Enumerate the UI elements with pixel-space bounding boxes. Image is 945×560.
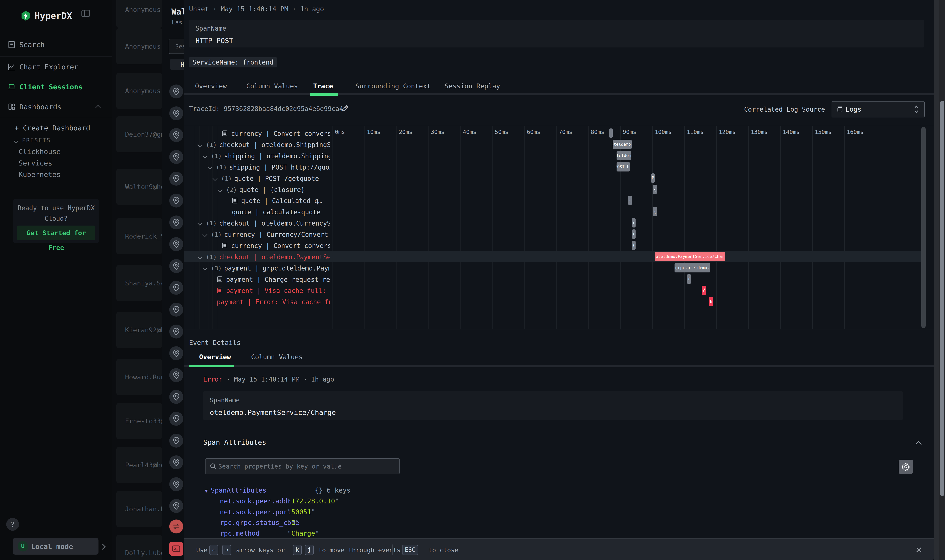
- location-pin-icon[interactable]: [169, 303, 183, 317]
- chevron-down-icon[interactable]: [202, 154, 207, 158]
- trace-span-row[interactable]: payment | Visa cache full: c…V: [184, 285, 921, 296]
- get-started-button[interactable]: Get Started for Free: [17, 226, 96, 240]
- scrollbar-thumb[interactable]: [940, 101, 944, 496]
- attribute-value[interactable]: "2": [287, 519, 299, 526]
- span-duration-bar[interactable]: V: [702, 286, 706, 295]
- attributes-root-row[interactable]: ▼ SpanAttributes{} 6 keys: [205, 486, 350, 494]
- attribute-key[interactable]: net.sock.peer.port: [220, 508, 291, 516]
- trace-span-row[interactable]: (1)currency | Currency/Convert(: [184, 228, 921, 240]
- location-pin-icon[interactable]: [169, 215, 183, 229]
- span-duration-bar[interactable]: {: [653, 185, 657, 194]
- span-duration-bar[interactable]: POST ht: [617, 162, 630, 171]
- location-pin-icon[interactable]: [169, 194, 183, 208]
- trace-span-row[interactable]: (1)checkout | oteldemo.CurrencySe…(: [184, 217, 921, 228]
- trace-span-row[interactable]: payment | Error: Visa cache ful…E: [184, 296, 921, 307]
- trace-span-row[interactable]: (1)quote | POST /getquoteP: [184, 172, 921, 184]
- help-button[interactable]: ?: [6, 518, 19, 531]
- session-card[interactable]: Howard.Run: [116, 359, 162, 395]
- sidebar-item-search[interactable]: Search: [0, 36, 112, 53]
- tab-overview[interactable]: Overview: [195, 82, 227, 90]
- location-pin-icon[interactable]: [169, 368, 183, 382]
- location-pin-icon[interactable]: [169, 172, 183, 186]
- tab-column-values[interactable]: Column Values: [251, 353, 303, 361]
- trace-span-row[interactable]: quote | calculate-quote(: [184, 206, 921, 217]
- chevron-down-icon[interactable]: [202, 232, 207, 237]
- attributes-search-input[interactable]: Search properties by key or value: [205, 458, 400, 474]
- attribute-value[interactable]: "172.28.0.10": [287, 497, 339, 505]
- span-duration-bar[interactable]: E: [709, 297, 713, 306]
- collapse-section-icon[interactable]: [915, 440, 922, 446]
- session-card[interactable]: Anonymous: [116, 28, 162, 64]
- chevron-down-icon[interactable]: [217, 187, 222, 192]
- session-card[interactable]: Anonymous: [116, 73, 162, 109]
- span-duration-bar[interactable]: oteldemo.: [613, 140, 632, 149]
- location-pin-icon[interactable]: [169, 237, 183, 251]
- sidebar-item-dashboards[interactable]: Dashboards: [0, 98, 112, 115]
- trace-span-row[interactable]: quote | Calculated q…(: [184, 195, 921, 206]
- tab-trace[interactable]: Trace: [313, 82, 333, 90]
- session-card[interactable]: Ernesto33@: [116, 403, 162, 439]
- attribute-value[interactable]: "Charge": [287, 529, 319, 537]
- location-pin-icon[interactable]: [169, 128, 183, 142]
- session-filter-button[interactable]: H: [170, 59, 184, 70]
- span-duration-bar[interactable]: (: [628, 196, 632, 205]
- trace-span-row[interactable]: (2)quote | {closure}{: [184, 184, 921, 195]
- location-pin-icon[interactable]: [169, 150, 183, 164]
- sidebar-item-client-sessions[interactable]: Client Sessions: [0, 78, 112, 95]
- tab-column-values[interactable]: Column Values: [246, 82, 298, 90]
- session-card[interactable]: Jonathan.B: [116, 491, 162, 527]
- chevron-down-icon[interactable]: [213, 176, 217, 181]
- span-duration-bar[interactable]: [609, 128, 613, 138]
- local-mode-button[interactable]: U Local mode: [13, 538, 99, 555]
- chevron-down-icon[interactable]: [197, 221, 202, 226]
- sidebar-item-chart-explorer[interactable]: Chart Explorer: [0, 58, 112, 75]
- span-duration-bar[interactable]: (: [632, 229, 635, 239]
- location-pin-icon[interactable]: [169, 412, 183, 426]
- session-card[interactable]: Kieran92@h: [116, 312, 162, 348]
- session-card[interactable]: Dolly.Lubo: [116, 535, 162, 560]
- edit-icon[interactable]: [342, 104, 349, 112]
- trace-span-row[interactable]: payment | Charge request rec…(: [184, 274, 921, 285]
- trace-span-row[interactable]: (1)checkout | oteldemo.PaymentServi…otel…: [184, 251, 921, 262]
- trace-span-row[interactable]: currency | Convert convers…(: [184, 240, 921, 251]
- session-card[interactable]: Shaniya.Sc: [116, 265, 162, 301]
- error-event-swap-icon[interactable]: [169, 520, 183, 534]
- chevron-down-icon[interactable]: [197, 142, 202, 147]
- span-duration-bar[interactable]: oteldemo.PaymentService/Char: [655, 252, 725, 261]
- error-event-terminal-icon[interactable]: [169, 542, 183, 556]
- location-pin-icon[interactable]: [169, 106, 183, 120]
- chevron-down-icon[interactable]: [207, 165, 212, 169]
- page-scrollbar[interactable]: [939, 0, 945, 560]
- trace-span-row[interactable]: (3)payment | grpc.oteldemo.Paymen…grpc.o…: [184, 262, 921, 274]
- location-pin-icon[interactable]: [169, 259, 183, 273]
- location-pin-icon[interactable]: [169, 390, 183, 404]
- span-duration-bar[interactable]: grpc.oteldemo.: [675, 263, 711, 272]
- tab-surrounding-context[interactable]: Surrounding Context: [355, 82, 431, 90]
- waterfall-scrollbar[interactable]: [921, 127, 926, 328]
- attribute-key[interactable]: net.sock.peer.addr: [220, 497, 291, 505]
- span-duration-bar[interactable]: oteldemo: [617, 151, 631, 160]
- span-duration-bar[interactable]: (: [632, 218, 635, 228]
- create-dashboard-button[interactable]: + Create Dashboard: [15, 124, 90, 132]
- location-pin-icon[interactable]: [169, 499, 183, 513]
- tab-session-replay[interactable]: Session Replay: [445, 82, 500, 90]
- session-card[interactable]: Roderick_S: [116, 218, 162, 254]
- attribute-value[interactable]: "50051": [287, 508, 315, 516]
- location-pin-icon[interactable]: [169, 434, 183, 448]
- span-duration-bar[interactable]: P: [651, 174, 655, 183]
- span-duration-bar[interactable]: (: [653, 207, 657, 216]
- sidebar-item-preset-services[interactable]: Services: [18, 159, 52, 167]
- session-card[interactable]: Pearl43@ho: [116, 447, 162, 483]
- close-icon[interactable]: ×: [916, 543, 922, 556]
- span-duration-bar[interactable]: (: [687, 274, 691, 284]
- sidebar-item-preset-clickhouse[interactable]: Clickhouse: [18, 148, 61, 155]
- span-duration-bar[interactable]: (: [632, 241, 635, 250]
- tab-overview[interactable]: Overview: [199, 353, 231, 361]
- trace-span-row[interactable]: (1)shipping | POST http://quo…POST ht: [184, 161, 921, 172]
- attribute-key[interactable]: rpc.method: [220, 529, 260, 537]
- location-pin-icon[interactable]: [169, 325, 183, 338]
- log-source-select[interactable]: Logs: [832, 101, 925, 117]
- trace-span-row[interactable]: (1)shipping | oteldemo.Shipping…oteldemo: [184, 150, 921, 161]
- service-name-chip[interactable]: ServiceName: frontend: [189, 57, 277, 68]
- session-search-input[interactable]: Sea: [169, 39, 184, 54]
